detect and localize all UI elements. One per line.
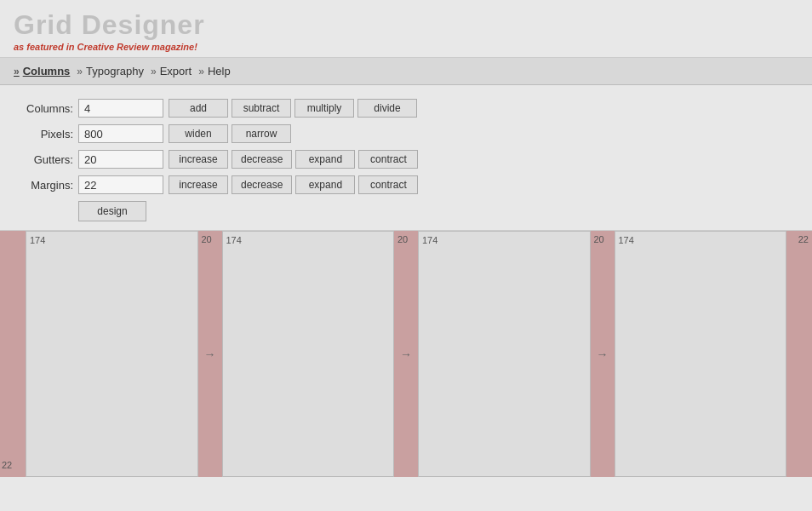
nav-label-typography: Typography — [86, 65, 144, 78]
margins-label: Margins: — [14, 179, 73, 192]
margins-contract-button[interactable]: contract — [358, 175, 418, 194]
gutters-label: Gutters: — [14, 153, 73, 166]
margin-right: 22 — [786, 231, 812, 477]
margins-buttons: increase decrease expand contract — [169, 175, 418, 194]
pixels-buttons: widen narrow — [169, 124, 291, 143]
margin-left: 22 — [0, 231, 26, 477]
margins-decrease-button[interactable]: decrease — [232, 175, 292, 194]
nav-arrow-export: » — [151, 66, 157, 78]
design-button[interactable]: design — [78, 201, 146, 221]
gutter-2: 20 → — [394, 231, 418, 477]
margins-row: Margins: increase decrease expand contra… — [14, 175, 798, 194]
columns-multiply-button[interactable]: multiply — [294, 99, 354, 118]
margins-expand-button[interactable]: expand — [295, 175, 355, 194]
margin-right-label: 22 — [798, 234, 809, 244]
columns-divide-button[interactable]: divide — [357, 99, 417, 118]
pixels-widen-button[interactable]: widen — [169, 124, 228, 143]
nav-item-typography[interactable]: » Typography — [77, 63, 151, 79]
column-1-label: 174 — [30, 235, 45, 245]
gutters-input[interactable] — [78, 150, 163, 169]
columns-buttons: add subtract multiply divide — [169, 99, 417, 118]
gutters-expand-button[interactable]: expand — [295, 150, 355, 169]
gutter-1-label: 20 — [202, 234, 212, 244]
nav-arrow-columns: » — [14, 66, 20, 78]
app-title: Grid Designer — [14, 10, 798, 40]
column-3-label: 174 — [422, 235, 437, 245]
column-2-label: 174 — [226, 235, 242, 245]
design-row: design — [14, 201, 798, 221]
gutter-3-label: 20 — [594, 234, 604, 244]
margins-input[interactable] — [78, 175, 163, 194]
columns-row: Columns: add subtract multiply divide — [14, 99, 798, 118]
subtitle-pre: as featured in — [14, 42, 77, 52]
nav: » Columns » Typography » Export » Help — [0, 58, 812, 85]
grid-canvas: 22 174 20 → 174 20 → 174 20 → — [0, 231, 812, 477]
margins-increase-button[interactable]: increase — [169, 175, 228, 194]
columns-add-button[interactable]: add — [169, 99, 228, 118]
gutter-2-label: 20 — [397, 234, 408, 244]
gutters-buttons: increase decrease expand contract — [169, 150, 418, 169]
gutter-2-arrow: → — [400, 347, 412, 361]
gutter-1-arrow: → — [204, 347, 216, 361]
column-4: 174 — [615, 231, 787, 477]
nav-arrow-help: » — [198, 66, 204, 78]
grid-area: 22 174 20 → 174 20 → 174 20 → — [0, 230, 812, 477]
column-3: 174 — [418, 231, 591, 477]
column-2: 174 — [222, 231, 395, 477]
nav-item-export[interactable]: » Export — [151, 63, 198, 79]
gutters-contract-button[interactable]: contract — [358, 150, 418, 169]
gutter-3-arrow: → — [597, 347, 609, 361]
gutter-3: 20 → — [591, 231, 615, 477]
subtitle-post: magazine! — [149, 42, 197, 52]
subtitle-brand: Creative Review — [77, 42, 149, 52]
gutter-1: 20 → — [198, 231, 222, 477]
column-1: 174 — [26, 231, 198, 477]
nav-item-help[interactable]: » Help — [198, 63, 237, 79]
margin-left-value: 22 — [2, 460, 12, 470]
pixels-narrow-button[interactable]: narrow — [232, 124, 291, 143]
pixels-input[interactable] — [78, 124, 163, 143]
pixels-row: Pixels: widen narrow — [14, 124, 798, 143]
nav-item-columns[interactable]: » Columns — [14, 63, 77, 79]
nav-label-export: Export — [160, 65, 192, 78]
pixels-label: Pixels: — [14, 128, 73, 141]
columns-input[interactable] — [78, 99, 163, 118]
nav-label-help: Help — [208, 65, 231, 78]
header: Grid Designer as featured in Creative Re… — [0, 0, 812, 58]
columns-subtract-button[interactable]: subtract — [232, 99, 291, 118]
gutters-increase-button[interactable]: increase — [169, 150, 228, 169]
gutters-decrease-button[interactable]: decrease — [232, 150, 292, 169]
nav-label-columns: Columns — [23, 65, 71, 78]
controls: Columns: add subtract multiply divide Pi… — [0, 85, 812, 230]
nav-arrow-typography: » — [77, 66, 83, 78]
columns-label: Columns: — [14, 102, 73, 115]
app-subtitle: as featured in Creative Review magazine! — [14, 42, 798, 52]
column-4-label: 174 — [619, 235, 634, 245]
gutters-row: Gutters: increase decrease expand contra… — [14, 150, 798, 169]
